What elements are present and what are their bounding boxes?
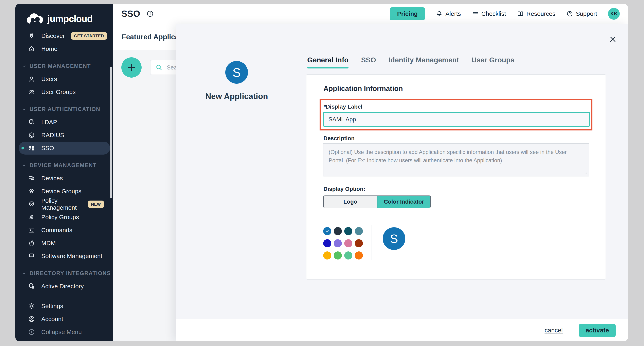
sidebar-item-discover[interactable]: Discover GET STARTED: [18, 29, 110, 42]
color-swatch[interactable]: [355, 227, 363, 235]
application-information-card: Application Information *Display Label D…: [306, 74, 606, 280]
sidebar-item-account[interactable]: Account: [18, 312, 110, 325]
description-label: Description: [324, 135, 354, 142]
page-title: SSO: [121, 9, 140, 19]
color-swatch[interactable]: [344, 227, 352, 235]
topbar: SSO Pricing Alerts Checklist: [113, 4, 628, 24]
policy-groups-icon: [28, 214, 35, 221]
sidebar-item-label: Discover: [41, 32, 65, 39]
policy-management-icon: [28, 201, 35, 208]
app-window: jumpcloud Discover GET STARTED Home: [15, 4, 628, 341]
user-groups-icon: [28, 88, 35, 96]
app-initial-avatar: S: [225, 61, 248, 84]
color-swatch[interactable]: [334, 251, 342, 259]
sidebar-item-ldap[interactable]: LDAP: [18, 116, 110, 129]
sidebar-item-label: Users: [41, 76, 57, 82]
sidebar: jumpcloud Discover GET STARTED Home: [15, 4, 113, 341]
description-field-wrap: [323, 143, 589, 177]
sidebar-item-label: Collapse Menu: [41, 328, 82, 335]
sidebar-section-user-authentication[interactable]: USER AUTHENTICATION: [15, 103, 113, 116]
display-option-label: Display Option:: [324, 186, 365, 192]
display-label-input[interactable]: [323, 112, 590, 127]
sidebar-item-mdm[interactable]: MDM: [18, 237, 110, 250]
sidebar-nav: Discover GET STARTED Home USER MANAGEMEN…: [15, 29, 113, 338]
color-indicator-option[interactable]: Color Indicator: [377, 196, 430, 208]
rocket-icon: [28, 32, 35, 40]
color-swatch-selected[interactable]: [323, 227, 331, 235]
topbar-right: Pricing Alerts Checklist: [390, 7, 620, 20]
bell-icon: [436, 10, 443, 17]
resources-link[interactable]: Resources: [517, 10, 556, 17]
color-swatch[interactable]: [344, 239, 352, 247]
database-clock-icon: [28, 118, 35, 126]
sidebar-item-software-management[interactable]: Software Management: [18, 250, 110, 263]
support-link[interactable]: Support: [566, 10, 597, 17]
info-icon[interactable]: [146, 10, 154, 18]
tab-identity-management[interactable]: Identity Management: [388, 56, 459, 68]
sidebar-item-user-groups[interactable]: User Groups: [18, 85, 110, 98]
account-icon: [28, 315, 35, 323]
color-swatch[interactable]: [334, 239, 342, 247]
display-label-highlight: *Display Label: [320, 99, 592, 130]
sidebar-section-user-management[interactable]: USER MANAGEMENT: [15, 60, 113, 73]
tab-general-info[interactable]: General Info: [307, 56, 348, 68]
add-application-button[interactable]: [121, 57, 142, 78]
checklist-link[interactable]: Checklist: [472, 10, 506, 17]
book-icon: [517, 10, 524, 17]
sidebar-section-device-management[interactable]: DEVICE MANAGEMENT: [15, 159, 113, 172]
sidebar-item-label: Devices: [41, 175, 63, 182]
avatar[interactable]: KK: [608, 8, 620, 20]
tab-user-groups[interactable]: User Groups: [472, 56, 514, 68]
activate-button[interactable]: activate: [579, 324, 616, 337]
cancel-link[interactable]: cancel: [544, 327, 563, 334]
sidebar-divider: [29, 296, 101, 296]
logo-option[interactable]: Logo: [324, 196, 377, 208]
sidebar-item-label: Policy Management: [41, 197, 82, 211]
palette-divider: [372, 225, 372, 260]
sidebar-item-policy-groups[interactable]: Policy Groups: [18, 211, 110, 224]
sidebar-item-radius[interactable]: RADIUS: [18, 129, 110, 142]
color-swatch[interactable]: [355, 239, 363, 247]
gear-icon: [28, 302, 35, 310]
sidebar-item-label: MDM: [41, 240, 56, 247]
color-swatch[interactable]: [323, 251, 331, 259]
modal-tabs: General Info SSO Identity Management Use…: [307, 56, 514, 68]
sidebar-item-label: User Groups: [41, 89, 76, 95]
sidebar-item-policy-management[interactable]: Policy Management NEW: [18, 198, 110, 211]
sidebar-item-device-groups[interactable]: Device Groups: [18, 185, 110, 198]
color-swatch[interactable]: [334, 227, 342, 235]
pricing-button[interactable]: Pricing: [390, 7, 425, 20]
sidebar-item-label: SSO: [41, 145, 54, 151]
sidebar-item-commands[interactable]: Commands: [18, 224, 110, 237]
tab-sso[interactable]: SSO: [361, 56, 376, 68]
chevron-down-icon: [22, 271, 27, 276]
sidebar-scrollbar[interactable]: [110, 67, 112, 198]
close-button[interactable]: [608, 35, 617, 44]
color-swatch[interactable]: [323, 239, 331, 247]
description-textarea[interactable]: [323, 143, 589, 177]
sidebar-item-label: Account: [41, 316, 63, 322]
display-option-toggle: Logo Color Indicator: [323, 196, 431, 208]
radius-dial-icon: [28, 131, 35, 139]
sidebar-item-sso[interactable]: SSO: [18, 142, 110, 154]
alerts-link[interactable]: Alerts: [436, 10, 461, 17]
color-swatch[interactable]: [344, 251, 352, 259]
sidebar-item-home[interactable]: Home: [18, 42, 110, 55]
question-circle-icon: [566, 10, 573, 17]
check-icon: [325, 229, 330, 234]
sidebar-item-users[interactable]: Users: [18, 73, 110, 85]
devices-icon: [28, 175, 35, 182]
sidebar-item-label: Device Groups: [41, 188, 81, 195]
sidebar-item-label: Settings: [41, 303, 63, 309]
sidebar-item-settings[interactable]: Settings: [18, 300, 110, 312]
sidebar-section-directory-integrations[interactable]: DIRECTORY INTEGRATIONS: [15, 267, 113, 280]
get-started-badge: GET STARTED: [71, 32, 107, 40]
display-label-label: *Display Label: [324, 103, 362, 110]
resize-handle-icon[interactable]: [584, 171, 588, 175]
sidebar-item-active-directory[interactable]: Active Directory: [18, 280, 110, 293]
commands-terminal-icon: [28, 227, 35, 234]
color-swatch[interactable]: [355, 251, 363, 259]
sidebar-item-devices[interactable]: Devices: [18, 172, 110, 185]
sidebar-item-collapse-menu[interactable]: Collapse Menu: [18, 325, 110, 338]
sidebar-item-label: Policy Groups: [41, 214, 79, 221]
